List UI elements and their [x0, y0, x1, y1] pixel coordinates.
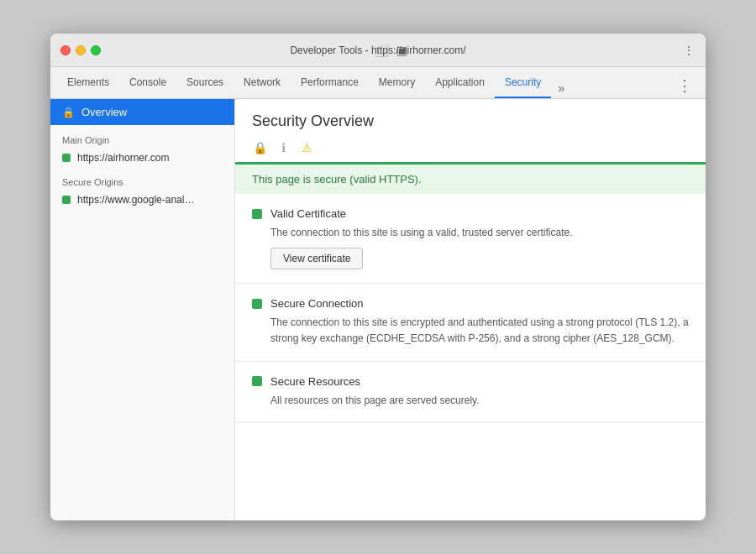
warning-icon[interactable]: ⚠ [299, 140, 314, 155]
secure-banner: This page is secure (valid HTTPS). [235, 162, 706, 194]
title-bar: ⬜ ▣ Developer Tools - https://airhorner.… [50, 34, 706, 67]
connection-text: The connection to this site is encrypted… [270, 316, 689, 344]
main-origin-dot [62, 154, 71, 162]
resources-body: All resources on this page are served se… [252, 393, 689, 409]
more-options-icon[interactable]: ⋮ [682, 44, 696, 57]
section-certificate: Valid Certificate The connection to this… [235, 194, 706, 284]
connection-dot [252, 299, 262, 309]
security-icons-row: 🔒 ℹ ⚠ [235, 137, 706, 155]
tab-sources[interactable]: Sources [176, 68, 234, 98]
tab-memory[interactable]: Memory [369, 68, 425, 98]
resources-dot [252, 376, 262, 386]
content-area: 🔒 Overview Main Origin https://airhorner… [50, 99, 706, 520]
tab-application[interactable]: Application [425, 68, 495, 98]
tab-elements[interactable]: Elements [57, 68, 119, 98]
section-connection-header: Secure Connection [252, 297, 689, 310]
lock-icon: 🔒 [62, 107, 75, 118]
connection-body: The connection to this site is encrypted… [252, 315, 689, 347]
sidebar: 🔒 Overview Main Origin https://airhorner… [50, 99, 235, 520]
resources-title: Secure Resources [270, 375, 360, 388]
secure-lock-icon[interactable]: 🔒 [252, 140, 267, 155]
tab-bar: Elements Console Sources Network Perform… [50, 67, 706, 99]
sidebar-item-overview[interactable]: 🔒 Overview [50, 99, 234, 125]
sidebar-overview-label: Overview [81, 106, 127, 118]
main-origin-label: Main Origin [50, 125, 234, 149]
devtools-menu-button[interactable]: ⋮ [670, 73, 699, 98]
section-connection: Secure Connection The connection to this… [235, 284, 706, 361]
tab-security[interactable]: Security [495, 68, 551, 98]
window-title: Developer Tools - https://airhorner.com/ [290, 44, 465, 56]
close-button[interactable] [60, 45, 71, 55]
panel-title: Security Overview [235, 99, 706, 137]
traffic-lights [60, 45, 101, 55]
secure-origins-dot [62, 196, 71, 204]
tab-console[interactable]: Console [119, 68, 176, 98]
certificate-dot [252, 209, 262, 219]
view-certificate-button[interactable]: View certificate [270, 248, 363, 269]
main-origin-url: https://airhorner.com [77, 152, 169, 164]
sidebar-item-secure-origins[interactable]: https://www.google-analytics.co [50, 191, 234, 209]
secure-origins-url: https://www.google-analytics.co [77, 194, 195, 206]
info-icon[interactable]: ℹ [276, 140, 291, 155]
tab-network[interactable]: Network [234, 68, 291, 98]
resources-text: All resources on this page are served se… [270, 395, 480, 406]
connection-title: Secure Connection [270, 297, 364, 310]
main-panel: Security Overview 🔒 ℹ ⚠ This page is sec… [235, 99, 706, 520]
certificate-title: Valid Certificate [270, 207, 346, 220]
minimize-button[interactable] [76, 45, 86, 55]
section-resources: Secure Resources All resources on this p… [235, 362, 706, 423]
section-certificate-header: Valid Certificate [252, 207, 689, 220]
sidebar-item-main-origin[interactable]: https://airhorner.com [50, 149, 234, 167]
devtools-window: ⬜ ▣ Developer Tools - https://airhorner.… [50, 34, 706, 520]
secure-origins-label: Secure Origins [50, 167, 234, 191]
certificate-body: The connection to this site is using a v… [252, 225, 689, 269]
certificate-text: The connection to this site is using a v… [270, 227, 573, 238]
secure-banner-text: This page is secure (valid HTTPS). [252, 173, 422, 186]
tab-performance[interactable]: Performance [291, 68, 369, 98]
more-tabs-button[interactable]: » [551, 78, 571, 98]
section-resources-header: Secure Resources [252, 375, 689, 388]
maximize-button[interactable] [91, 45, 101, 55]
